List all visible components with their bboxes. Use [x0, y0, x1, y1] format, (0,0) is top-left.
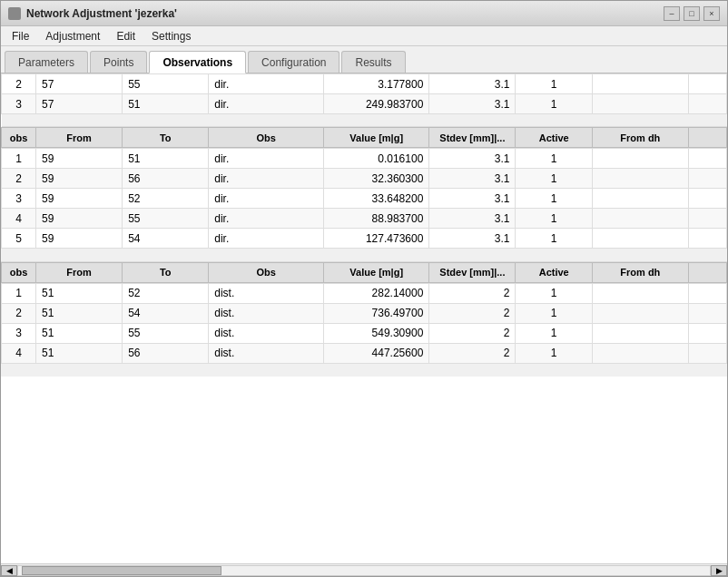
- table-row: 3 57 51 dir. 249.983700 3.1 1: [2, 94, 727, 114]
- section2-table: 1 59 51 dir. 0.016100 3.1 1 2 59 56 dir.…: [1, 148, 727, 249]
- menu-adjustment[interactable]: Adjustment: [38, 28, 107, 44]
- tab-parameters[interactable]: Parameters: [5, 51, 88, 73]
- cell-value: 3.177800: [324, 74, 429, 94]
- menu-edit[interactable]: Edit: [109, 28, 143, 44]
- cell-fromdh: [592, 209, 688, 229]
- scroll-thumb[interactable]: [22, 566, 221, 575]
- cell-to: 52: [123, 283, 209, 303]
- table-header-row: obs From To Obs Value [m|g] Stdev [mm]|.…: [2, 262, 727, 282]
- cell-value: 0.016100: [324, 149, 429, 169]
- table-row: 5 59 54 dir. 127.473600 3.1 1: [2, 229, 727, 249]
- section2-header-table: obs From To Obs Value [m|g] Stdev [mm]|.…: [1, 127, 727, 148]
- table-row: 2 57 55 dir. 3.177800 3.1 1: [2, 74, 727, 94]
- cell-extra: [688, 74, 726, 94]
- cell-from: 59: [36, 169, 123, 189]
- main-window: Network Adjustment 'jezerka' – □ × File …: [0, 0, 728, 577]
- cell-fromdh: [592, 74, 688, 94]
- cell-to: 55: [123, 323, 209, 343]
- cell-to: 56: [123, 169, 209, 189]
- section-spacer: [2, 114, 727, 127]
- header-active: Active: [516, 128, 593, 148]
- cell-extra: [688, 229, 726, 249]
- table-row: 1 59 51 dir. 0.016100 3.1 1: [2, 149, 727, 169]
- cell-active: 1: [516, 149, 593, 169]
- cell-obs: 1: [2, 283, 36, 303]
- close-button[interactable]: ×: [703, 6, 720, 21]
- cell-fromdh: [592, 169, 688, 189]
- tab-results[interactable]: Results: [341, 51, 405, 73]
- minimize-button[interactable]: –: [664, 6, 680, 21]
- menu-file[interactable]: File: [5, 28, 36, 44]
- cell-extra: [688, 283, 726, 303]
- menu-bar: File Adjustment Edit Settings: [1, 26, 727, 46]
- table-wrapper: 2 57 55 dir. 3.177800 3.1 1 3 57: [1, 73, 727, 386]
- cell-extra: [688, 94, 726, 114]
- header-from: From: [36, 262, 123, 282]
- table-row: 3 59 52 dir. 33.648200 3.1 1: [2, 189, 727, 209]
- cell-obs: 1: [2, 149, 36, 169]
- cell-obs: 3: [2, 323, 36, 343]
- cell-fromdh: [592, 343, 688, 363]
- title-controls: – □ ×: [664, 6, 720, 21]
- section-spacer: [1, 249, 727, 261]
- cell-active: 1: [516, 283, 593, 303]
- cell-from: 59: [36, 209, 123, 229]
- cell-from: 51: [36, 303, 123, 323]
- scroll-left-btn[interactable]: ◀: [1, 565, 17, 576]
- cell-value: 88.983700: [324, 209, 429, 229]
- section1-table: 2 57 55 dir. 3.177800 3.1 1 3 57: [1, 73, 727, 127]
- cell-to: 54: [123, 229, 209, 249]
- cell-type: dist.: [209, 303, 324, 323]
- cell-to: 55: [123, 209, 209, 229]
- scroll-right-btn[interactable]: ▶: [711, 565, 727, 576]
- cell-extra: [688, 323, 726, 343]
- cell-from: 59: [36, 189, 123, 209]
- cell-value: 32.360300: [324, 169, 429, 189]
- cell-active: 1: [516, 343, 593, 363]
- cell-obs: 4: [2, 343, 36, 363]
- cell-type: dist.: [209, 323, 324, 343]
- cell-stdev: 2: [429, 323, 516, 343]
- content-area: 2 57 55 dir. 3.177800 3.1 1 3 57: [1, 73, 727, 563]
- cell-active: 1: [516, 209, 593, 229]
- cell-from: 59: [36, 229, 123, 249]
- tab-points[interactable]: Points: [90, 51, 147, 73]
- header-fromdh: From dh: [592, 262, 688, 282]
- maximize-button[interactable]: □: [684, 6, 700, 21]
- cell-fromdh: [592, 323, 688, 343]
- cell-extra: [688, 343, 726, 363]
- cell-type: dir.: [209, 149, 324, 169]
- table-row: 3 51 55 dist. 549.30900 2 1: [2, 323, 727, 343]
- cell-type: dir.: [209, 189, 324, 209]
- cell-active: 1: [516, 94, 593, 114]
- cell-to: 52: [123, 189, 209, 209]
- cell-obs: 3: [2, 94, 36, 114]
- cell-obs: 4: [2, 209, 36, 229]
- cell-value: 249.983700: [324, 94, 429, 114]
- cell-active: 1: [516, 323, 593, 343]
- cell-from: 57: [36, 74, 123, 94]
- cell-obs: 5: [2, 229, 36, 249]
- cell-stdev: 3.1: [429, 229, 516, 249]
- cell-stdev: 3.1: [429, 169, 516, 189]
- cell-obs: 2: [2, 74, 36, 94]
- final-spacer-table: [1, 364, 727, 377]
- header-obs-col: Obs: [209, 128, 324, 148]
- table-header-row: obs From To Obs Value [m|g] Stdev [mm]|.…: [2, 128, 727, 148]
- title-bar-left: Network Adjustment 'jezerka': [8, 7, 177, 20]
- cell-type: dir.: [209, 229, 324, 249]
- scroll-track: [17, 565, 711, 576]
- horizontal-scrollbar[interactable]: ◀ ▶: [1, 563, 727, 576]
- tab-observations[interactable]: Observations: [149, 51, 246, 73]
- header-extra: [688, 262, 726, 282]
- tab-configuration[interactable]: Configuration: [248, 51, 339, 73]
- header-obs: obs: [2, 128, 36, 148]
- cell-fromdh: [592, 94, 688, 114]
- menu-settings[interactable]: Settings: [144, 28, 198, 44]
- cell-obs: 3: [2, 189, 36, 209]
- cell-stdev: 2: [429, 283, 516, 303]
- table-row: 2 59 56 dir. 32.360300 3.1 1: [2, 169, 727, 189]
- spacer-table: [1, 249, 727, 262]
- scroll-container[interactable]: 2 57 55 dir. 3.177800 3.1 1 3 57: [1, 73, 727, 563]
- cell-fromdh: [592, 303, 688, 323]
